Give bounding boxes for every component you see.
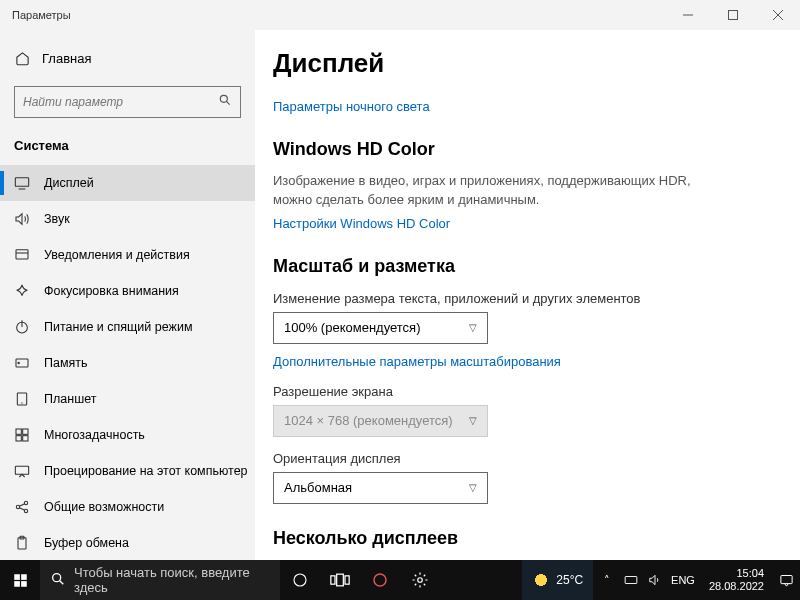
nav-label: Память xyxy=(44,356,88,370)
storage-icon xyxy=(14,355,30,371)
pinned-app-2[interactable] xyxy=(400,560,440,600)
nav-label: Планшет xyxy=(44,392,96,406)
resolution-value: 1024 × 768 (рекомендуется) xyxy=(284,413,453,428)
svg-rect-32 xyxy=(21,581,27,587)
clipboard-icon xyxy=(14,535,30,551)
temperature: 25°C xyxy=(556,573,583,587)
svg-rect-29 xyxy=(14,574,20,580)
nav-label: Питание и спящий режим xyxy=(44,320,192,334)
cortana-button[interactable] xyxy=(280,560,320,600)
search-icon xyxy=(218,93,232,111)
nav-tablet[interactable]: Планшет xyxy=(0,381,255,417)
tray-chevron-icon[interactable]: ˄ xyxy=(599,572,615,588)
svg-rect-20 xyxy=(23,436,28,441)
orientation-dropdown[interactable]: Альбомная ▽ xyxy=(273,472,488,504)
time: 15:04 xyxy=(736,567,764,580)
maximize-button[interactable] xyxy=(710,0,755,30)
svg-rect-36 xyxy=(331,576,335,584)
svg-line-34 xyxy=(60,580,64,584)
nav-label: Буфер обмена xyxy=(44,536,129,550)
sidebar: Главная Система Дисплей Звук Уведомления… xyxy=(0,30,255,560)
chevron-down-icon: ▽ xyxy=(469,322,477,333)
svg-rect-19 xyxy=(16,436,21,441)
search-input-container[interactable] xyxy=(14,86,241,118)
nav-clipboard[interactable]: Буфер обмена xyxy=(0,525,255,560)
hdcolor-heading: Windows HD Color xyxy=(273,139,800,160)
date: 28.08.2022 xyxy=(709,580,764,593)
nav-power[interactable]: Питание и спящий режим xyxy=(0,309,255,345)
chevron-down-icon: ▽ xyxy=(469,482,477,493)
nav-storage[interactable]: Память xyxy=(0,345,255,381)
nav-display[interactable]: Дисплей xyxy=(0,165,255,201)
sun-icon xyxy=(532,571,550,589)
svg-marker-42 xyxy=(650,575,655,584)
taskview-button[interactable] xyxy=(320,560,360,600)
nav-label: Проецирование на этот компьютер xyxy=(44,464,248,478)
nav-projecting[interactable]: Проецирование на этот компьютер xyxy=(0,453,255,489)
svg-line-5 xyxy=(226,101,229,104)
pinned-app-1[interactable] xyxy=(360,560,400,600)
search-input[interactable] xyxy=(23,95,218,109)
nav-notifications[interactable]: Уведомления и действия xyxy=(0,237,255,273)
minimize-button[interactable] xyxy=(665,0,710,30)
sound-icon xyxy=(14,211,30,227)
multi-heading: Несколько дисплеев xyxy=(273,528,800,549)
svg-point-33 xyxy=(53,573,61,581)
svg-rect-17 xyxy=(16,429,21,434)
volume-icon[interactable] xyxy=(647,572,663,588)
language-indicator[interactable]: ENG xyxy=(671,574,695,586)
network-icon[interactable] xyxy=(623,572,639,588)
svg-line-26 xyxy=(19,508,24,511)
nav-label: Звук xyxy=(44,212,70,226)
action-center-icon[interactable] xyxy=(778,572,794,588)
taskbar-search[interactable]: Чтобы начать поиск, введите здесь xyxy=(40,560,280,600)
home-nav[interactable]: Главная xyxy=(0,40,255,76)
svg-marker-8 xyxy=(16,214,22,225)
orientation-label: Ориентация дисплея xyxy=(273,451,800,466)
svg-point-4 xyxy=(220,95,227,102)
orientation-value: Альбомная xyxy=(284,480,352,495)
clock[interactable]: 15:04 28.08.2022 xyxy=(703,567,770,592)
home-icon xyxy=(14,50,30,66)
nav-sound[interactable]: Звук xyxy=(0,201,255,237)
multitask-icon xyxy=(14,427,30,443)
resolution-label: Разрешение экрана xyxy=(273,384,800,399)
content-area: Дисплей Параметры ночного света Windows … xyxy=(255,30,800,560)
svg-rect-30 xyxy=(21,574,27,580)
scale-heading: Масштаб и разметка xyxy=(273,256,800,277)
hdcolor-desc: Изображение в видео, играх и приложениях… xyxy=(273,172,713,210)
nav-shared[interactable]: Общие возможности xyxy=(0,489,255,525)
nav-label: Дисплей xyxy=(44,176,94,190)
tablet-icon xyxy=(14,391,30,407)
svg-point-35 xyxy=(294,574,306,586)
svg-point-40 xyxy=(418,578,423,583)
nav-focus[interactable]: Фокусировка внимания xyxy=(0,273,255,309)
weather-widget[interactable]: 25°C xyxy=(522,560,593,600)
svg-rect-37 xyxy=(337,574,344,586)
nav-label: Общие возможности xyxy=(44,500,164,514)
close-button[interactable] xyxy=(755,0,800,30)
resolution-dropdown[interactable]: 1024 × 768 (рекомендуется) ▽ xyxy=(273,405,488,437)
sidebar-category: Система xyxy=(0,132,255,165)
focus-icon xyxy=(14,283,30,299)
svg-rect-9 xyxy=(16,250,28,259)
svg-rect-41 xyxy=(625,577,637,584)
svg-point-14 xyxy=(18,362,19,363)
hdcolor-link[interactable]: Настройки Windows HD Color xyxy=(273,216,450,231)
scale-label: Изменение размера текста, приложений и д… xyxy=(273,291,800,306)
page-title: Дисплей xyxy=(273,48,800,79)
taskbar-search-placeholder: Чтобы начать поиск, введите здесь xyxy=(74,565,270,595)
power-icon xyxy=(14,319,30,335)
start-button[interactable] xyxy=(0,560,40,600)
window-title: Параметры xyxy=(12,9,665,21)
projecting-icon xyxy=(14,463,30,479)
nav-multitask[interactable]: Многозадачность xyxy=(0,417,255,453)
home-label: Главная xyxy=(42,51,91,66)
search-icon xyxy=(50,571,66,590)
notifications-icon xyxy=(14,247,30,263)
scale-dropdown[interactable]: 100% (рекомендуется) ▽ xyxy=(273,312,488,344)
night-light-link[interactable]: Параметры ночного света xyxy=(273,99,430,114)
scale-advanced-link[interactable]: Дополнительные параметры масштабирования xyxy=(273,354,561,369)
svg-rect-21 xyxy=(15,466,28,474)
svg-rect-31 xyxy=(14,581,20,587)
